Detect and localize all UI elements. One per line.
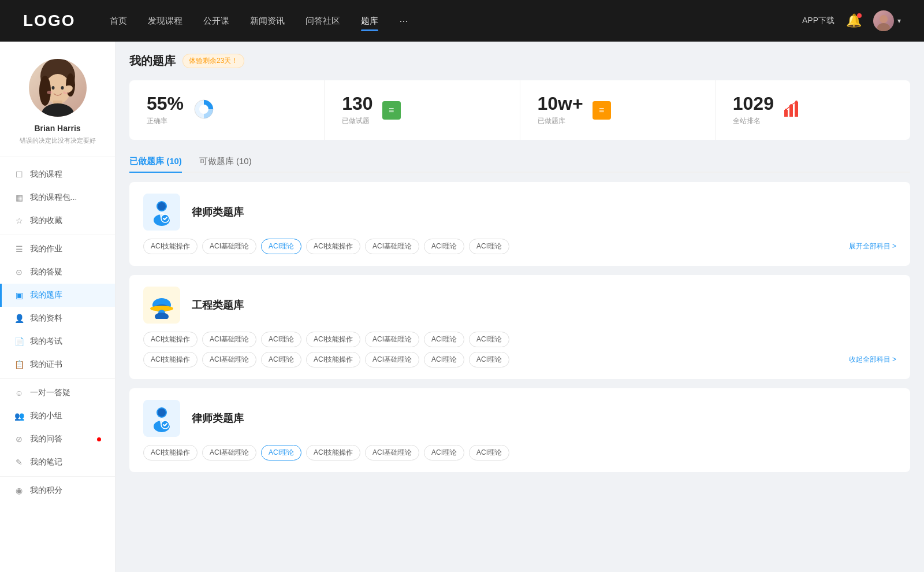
sidebar-item-one-on-one[interactable]: ☺ 一对一答疑 <box>0 381 115 404</box>
stat-label-accuracy: 正确率 <box>147 116 184 126</box>
tag-2-extra-2[interactable]: ACI理论 <box>261 352 301 367</box>
nav-home[interactable]: 首页 <box>110 13 127 29</box>
pie-chart-icon <box>193 98 215 122</box>
tag-2-6[interactable]: ACI理论 <box>469 332 509 347</box>
logo: LOGO <box>23 12 75 30</box>
sidebar-item-course[interactable]: ☐ 我的课程 <box>0 163 115 186</box>
qanda-icon: ⊘ <box>14 434 24 444</box>
tab-done-banks[interactable]: 已做题库 (10) <box>129 151 182 172</box>
sidebar-item-exam[interactable]: 📄 我的考试 <box>0 330 115 353</box>
tag-1-0[interactable]: ACI技能操作 <box>143 239 198 254</box>
bank-title-3: 律师类题库 <box>192 411 244 425</box>
bank-tags-3: ACI技能操作 ACI基础理论 ACI理论 ACI技能操作 ACI基础理论 AC… <box>143 445 896 460</box>
tag-2-4[interactable]: ACI基础理论 <box>365 332 419 347</box>
sidebar-item-points[interactable]: ◉ 我的积分 <box>0 479 115 502</box>
tag-1-5[interactable]: ACI理论 <box>424 239 464 254</box>
nav-links: 首页 发现课程 公开课 新闻资讯 问答社区 题库 ··· <box>110 13 802 29</box>
stat-done-banks: 10w+ 已做题库 ≡ <box>520 80 716 140</box>
tag-2-5[interactable]: ACI理论 <box>424 332 464 347</box>
stat-value-done-b: 10w+ <box>538 94 583 113</box>
tabs-bar: 已做题库 (10) 可做题库 (10) <box>129 151 910 173</box>
sidebar-item-group[interactable]: 👥 我的小组 <box>0 404 115 428</box>
nav-open-course[interactable]: 公开课 <box>203 13 229 29</box>
question-icon: ⊙ <box>14 267 24 277</box>
tag-3-0[interactable]: ACI技能操作 <box>143 445 198 460</box>
chart-icon: ▦ <box>14 192 24 203</box>
sidebar: Brian Harris 错误的决定比没有决定要好 ☐ 我的课程 ▦ 我的课程包… <box>0 42 116 572</box>
svg-point-20 <box>795 101 798 103</box>
tag-1-2[interactable]: ACI理论 <box>261 239 301 254</box>
tag-3-4[interactable]: ACI基础理论 <box>365 445 419 460</box>
tag-3-1[interactable]: ACI基础理论 <box>202 445 256 460</box>
tag-3-2[interactable]: ACI理论 <box>261 445 301 460</box>
tag-2-1[interactable]: ACI基础理论 <box>202 332 256 347</box>
tag-2-2[interactable]: ACI理论 <box>261 332 301 347</box>
sidebar-item-course-package[interactable]: ▦ 我的课程包... <box>0 186 115 209</box>
expand-btn-1[interactable]: 展开全部科目 > <box>849 242 896 251</box>
sidebar-item-label: 我的课程 <box>30 169 101 180</box>
tag-1-1[interactable]: ACI基础理论 <box>202 239 256 254</box>
tag-2-extra-0[interactable]: ACI技能操作 <box>143 352 198 367</box>
app-download-btn[interactable]: APP下载 <box>802 16 834 26</box>
bank-card-header-3: 律师类题库 <box>143 400 896 437</box>
page-wrapper: Brian Harris 错误的决定比没有决定要好 ☐ 我的课程 ▦ 我的课程包… <box>0 42 924 572</box>
sidebar-item-label: 我的作业 <box>30 244 101 254</box>
tag-1-4[interactable]: ACI基础理论 <box>365 239 419 254</box>
tab-available-banks[interactable]: 可做题库 (10) <box>199 151 252 172</box>
tag-2-extra-6[interactable]: ACI理论 <box>469 352 509 367</box>
nav-qa[interactable]: 问答社区 <box>305 13 340 29</box>
sidebar-item-notes[interactable]: ✎ 我的笔记 <box>0 451 115 474</box>
stat-value-accuracy: 55% <box>147 94 184 113</box>
star-icon: ☆ <box>14 216 24 226</box>
bank-icon: ▣ <box>14 290 24 300</box>
tag-2-3[interactable]: ACI技能操作 <box>306 332 360 347</box>
tag-3-5[interactable]: ACI理论 <box>424 445 464 460</box>
tag-3-6[interactable]: ACI理论 <box>469 445 509 460</box>
menu-divider-1 <box>0 235 115 235</box>
sidebar-item-label: 我的问答 <box>30 434 91 444</box>
sidebar-item-certificate[interactable]: 📋 我的证书 <box>0 353 115 376</box>
sidebar-item-my-questions[interactable]: ⊘ 我的问答 <box>0 428 115 451</box>
notification-bell[interactable]: 🔔 <box>846 13 862 28</box>
menu-divider-2 <box>0 378 115 379</box>
tag-2-0[interactable]: ACI技能操作 <box>143 332 198 347</box>
tag-2-extra-3[interactable]: ACI技能操作 <box>306 352 360 367</box>
tag-3-3[interactable]: ACI技能操作 <box>306 445 360 460</box>
sidebar-item-homework[interactable]: ☰ 我的作业 <box>0 237 115 261</box>
svg-point-31 <box>158 408 166 417</box>
tag-1-6[interactable]: ACI理论 <box>469 239 509 254</box>
notification-dot <box>857 13 862 18</box>
tag-1-3[interactable]: ACI技能操作 <box>306 239 360 254</box>
sidebar-item-question-bank[interactable]: ▣ 我的题库 <box>0 284 115 307</box>
sidebar-item-label: 一对一答疑 <box>30 388 101 398</box>
expand-btn-2[interactable]: 收起全部科目 > <box>849 355 896 365</box>
cert-icon: 📋 <box>14 359 24 370</box>
svg-point-6 <box>39 76 51 106</box>
page-title: 我的题库 <box>129 53 176 69</box>
tag-2-extra-4[interactable]: ACI基础理论 <box>365 352 419 367</box>
svg-point-1 <box>877 23 890 31</box>
user-icon: 👤 <box>14 313 24 324</box>
sidebar-menu: ☐ 我的课程 ▦ 我的课程包... ☆ 我的收藏 ☰ 我的作业 ⊙ 我的答 <box>0 157 115 508</box>
svg-point-9 <box>61 86 64 90</box>
sidebar-item-profile[interactable]: 👤 我的资料 <box>0 307 115 330</box>
svg-rect-17 <box>795 102 798 117</box>
nav-more[interactable]: ··· <box>399 15 408 27</box>
tag-2-extra-5[interactable]: ACI理论 <box>424 352 464 367</box>
sidebar-item-label: 我的资料 <box>30 313 101 324</box>
sidebar-item-qa[interactable]: ⊙ 我的答疑 <box>0 261 115 284</box>
nav-right: APP下载 🔔 ▾ <box>802 10 901 31</box>
stat-done-questions: 130 已做试题 ≡ <box>325 80 520 140</box>
bank-tags-2-row1: ACI技能操作 ACI基础理论 ACI理论 ACI技能操作 ACI基础理论 AC… <box>143 332 896 347</box>
exam-icon: 📄 <box>14 336 24 347</box>
nav-news[interactable]: 新闻资讯 <box>250 13 285 29</box>
sidebar-item-favorites[interactable]: ☆ 我的收藏 <box>0 209 115 232</box>
sidebar-profile: Brian Harris 错误的决定比没有决定要好 <box>0 42 115 157</box>
tag-2-extra-1[interactable]: ACI基础理论 <box>202 352 256 367</box>
stat-text-accuracy: 55% 正确率 <box>147 94 184 126</box>
bank-card-engineer: 工程类题库 ACI技能操作 ACI基础理论 ACI理论 ACI技能操作 ACI基… <box>129 275 910 379</box>
nav-question-bank[interactable]: 题库 <box>361 13 378 29</box>
nav-discover[interactable]: 发现课程 <box>148 13 182 29</box>
user-avatar-menu[interactable]: ▾ <box>873 10 901 31</box>
profile-avatar <box>29 59 87 117</box>
